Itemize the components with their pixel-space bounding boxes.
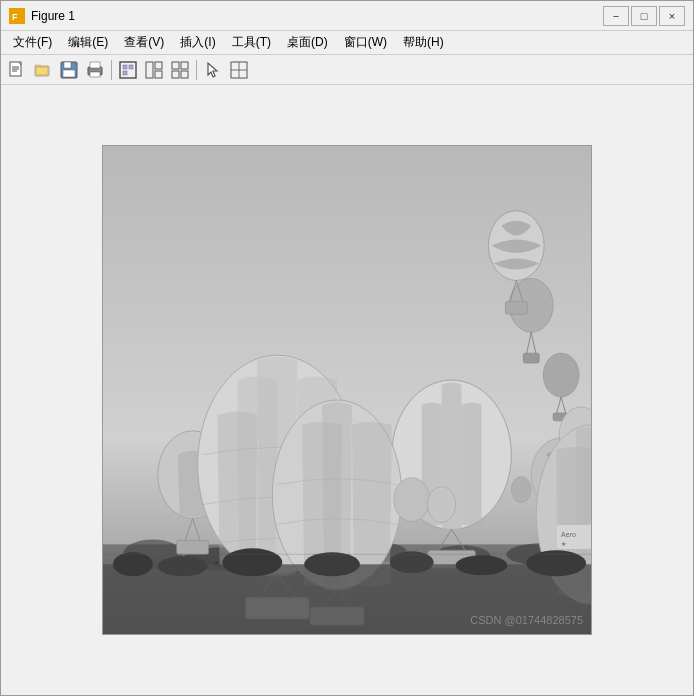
- figure-canvas: Aero ★: [102, 145, 592, 635]
- menu-insert[interactable]: 插入(I): [172, 32, 223, 53]
- svg-rect-14: [90, 72, 100, 77]
- svg-point-81: [394, 478, 430, 522]
- svg-rect-24: [181, 62, 188, 69]
- svg-point-84: [113, 552, 153, 576]
- svg-point-82: [428, 487, 456, 523]
- svg-text:F: F: [12, 12, 18, 22]
- svg-rect-18: [129, 65, 133, 69]
- open-button[interactable]: [31, 58, 55, 82]
- svg-rect-20: [146, 62, 153, 78]
- maximize-button[interactable]: □: [631, 6, 657, 26]
- menu-window[interactable]: 窗口(W): [336, 32, 395, 53]
- svg-rect-19: [123, 71, 127, 75]
- figure-window: F Figure 1 − □ × 文件(F) 编辑(E) 查看(V) 插入(I)…: [0, 0, 694, 696]
- minimize-button[interactable]: −: [603, 6, 629, 26]
- svg-point-86: [223, 548, 283, 576]
- svg-rect-57: [505, 301, 527, 314]
- content-area: Aero ★: [1, 85, 693, 695]
- svg-rect-45: [523, 353, 539, 363]
- svg-rect-23: [172, 62, 179, 69]
- save-button[interactable]: [57, 58, 81, 82]
- balloon-image: Aero ★: [103, 146, 591, 634]
- svg-rect-21: [155, 62, 162, 69]
- svg-point-85: [158, 556, 208, 576]
- svg-marker-27: [208, 63, 217, 77]
- svg-point-51: [511, 477, 531, 503]
- app-icon: F: [9, 8, 25, 24]
- svg-rect-13: [90, 62, 100, 68]
- title-bar-left: F Figure 1: [9, 8, 75, 24]
- svg-rect-25: [172, 71, 179, 78]
- window-controls: − □ ×: [603, 6, 685, 26]
- svg-point-46: [543, 353, 579, 397]
- svg-rect-10: [64, 62, 71, 68]
- toolbar: [1, 55, 693, 85]
- title-bar: F Figure 1 − □ ×: [1, 1, 693, 31]
- zoom-button[interactable]: [116, 58, 140, 82]
- menu-view[interactable]: 查看(V): [116, 32, 172, 53]
- svg-point-89: [456, 555, 508, 575]
- separator-2: [196, 60, 197, 80]
- menu-help[interactable]: 帮助(H): [395, 32, 452, 53]
- svg-rect-8: [37, 68, 47, 74]
- new-button[interactable]: [5, 58, 29, 82]
- svg-point-15: [98, 69, 100, 71]
- window-title: Figure 1: [31, 9, 75, 23]
- grid-button[interactable]: [168, 58, 192, 82]
- svg-rect-26: [181, 71, 188, 78]
- svg-rect-7: [35, 65, 41, 67]
- svg-rect-22: [155, 71, 162, 78]
- watermark: CSDN @01744828575: [470, 614, 583, 626]
- svg-rect-16: [120, 62, 136, 78]
- print-button[interactable]: [83, 58, 107, 82]
- svg-text:Aero: Aero: [561, 531, 576, 538]
- menu-file[interactable]: 文件(F): [5, 32, 60, 53]
- menu-bar: 文件(F) 编辑(E) 查看(V) 插入(I) 工具(T) 桌面(D) 窗口(W…: [1, 31, 693, 55]
- select-button[interactable]: [201, 58, 225, 82]
- svg-point-88: [390, 551, 434, 573]
- menu-edit[interactable]: 编辑(E): [60, 32, 116, 53]
- subplot-button[interactable]: [227, 58, 251, 82]
- tile-button[interactable]: [142, 58, 166, 82]
- svg-rect-67: [177, 540, 209, 554]
- svg-rect-11: [63, 70, 75, 77]
- svg-rect-17: [123, 65, 127, 69]
- svg-text:★: ★: [561, 541, 566, 547]
- menu-tools[interactable]: 工具(T): [224, 32, 279, 53]
- close-button[interactable]: ×: [659, 6, 685, 26]
- separator-1: [111, 60, 112, 80]
- menu-desktop[interactable]: 桌面(D): [279, 32, 336, 53]
- svg-point-87: [304, 552, 360, 576]
